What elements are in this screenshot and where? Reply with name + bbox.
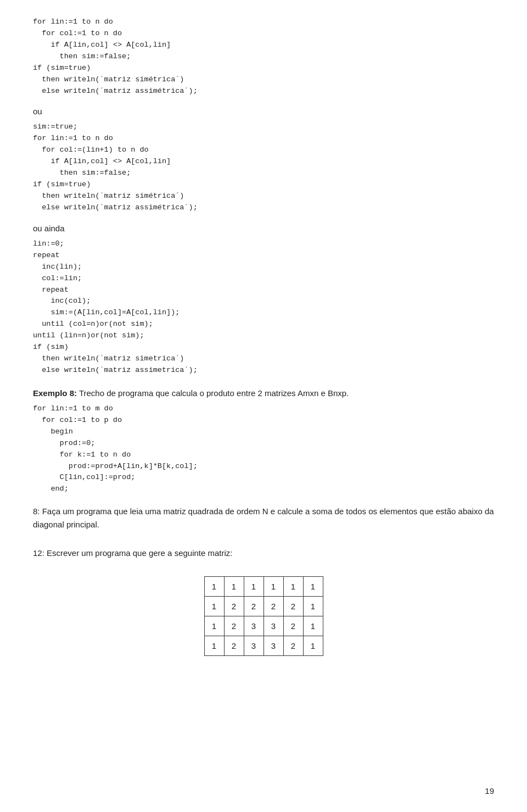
matrix-cell: 3 <box>264 616 283 636</box>
matrix-cell: 1 <box>303 577 323 597</box>
matrix-cell: 3 <box>244 616 264 636</box>
example-8-description: Trecho de programa que calcula o produto… <box>77 388 349 398</box>
matrix-cell: 2 <box>224 636 244 656</box>
matrix-cell: 1 <box>264 577 283 597</box>
code-block-1: for lin:=1 to n do for col:=1 to n do if… <box>33 16 494 97</box>
matrix-cell: 1 <box>204 597 224 616</box>
matrix-cell: 2 <box>224 616 244 636</box>
matrix-cell: 3 <box>264 636 283 656</box>
matrix-cell: 2 <box>283 597 303 616</box>
exercise-12-text: 12: Escrever um programa que gere a segu… <box>33 547 494 560</box>
page-number: 19 <box>485 786 494 796</box>
matrix-cell: 3 <box>244 636 264 656</box>
matrix-cell: 2 <box>283 616 303 636</box>
matrix-cell: 1 <box>224 577 244 597</box>
matrix-cell: 1 <box>204 577 224 597</box>
matrix-table: 111111122221123321123321 <box>204 576 323 656</box>
separator-ou: ou <box>33 107 494 116</box>
matrix-cell: 2 <box>264 597 283 616</box>
matrix-cell: 1 <box>204 616 224 636</box>
matrix-cell: 1 <box>283 577 303 597</box>
code-block-2: sim:=true; for lin:=1 to n do for col:=(… <box>33 121 494 213</box>
matrix-cell: 1 <box>303 597 323 616</box>
matrix-cell: 1 <box>303 636 323 656</box>
example-8-label-bold: Exemplo 8: <box>33 388 77 398</box>
code-block-3: lin:=0; repeat inc(lin); col:=lin; repea… <box>33 238 494 376</box>
matrix-cell: 1 <box>244 577 264 597</box>
exercise-8-text: 8: Faça um programa que leia uma matriz … <box>33 505 494 531</box>
separator-ou-ainda: ou ainda <box>33 224 494 233</box>
matrix-cell: 1 <box>204 636 224 656</box>
matrix-cell: 2 <box>283 636 303 656</box>
matrix-container: 111111122221123321123321 <box>33 576 494 656</box>
matrix-cell: 2 <box>224 597 244 616</box>
matrix-cell: 2 <box>244 597 264 616</box>
example-8-label: Exemplo 8: Trecho de programa que calcul… <box>33 388 494 398</box>
matrix-cell: 1 <box>303 616 323 636</box>
code-block-4: for lin:=1 to m do for col:=1 to p do be… <box>33 403 494 495</box>
